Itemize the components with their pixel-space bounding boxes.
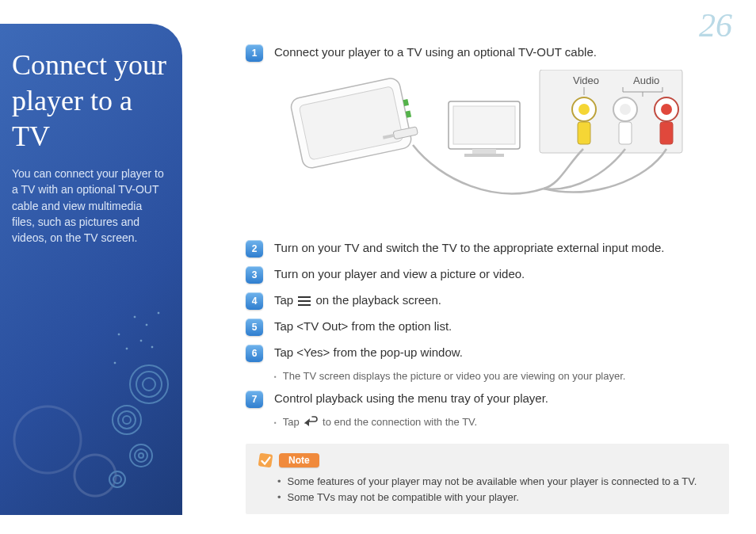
step-number: 4 [246, 292, 263, 310]
svg-rect-26 [464, 154, 504, 157]
svg-rect-40 [258, 453, 273, 468]
step-number: 7 [246, 391, 263, 408]
svg-point-36 [661, 104, 672, 115]
step-6-sub: The TV screen displays the picture or vi… [274, 370, 729, 382]
step-text: Tap <Yes> from the pop-up window. [274, 344, 729, 360]
step-6: 6 Tap <Yes> from the pop-up window. [246, 344, 729, 362]
step-4: 4 Tap on the playback screen. [246, 292, 729, 310]
step-2: 2 Turn on your TV and switch the TV to t… [246, 239, 729, 257]
step-7: 7 Control playback using the menu tray o… [246, 390, 729, 408]
note-icon [257, 452, 274, 469]
step-number: 6 [246, 345, 263, 362]
diagram-video-label: Video [573, 74, 599, 86]
step-text: Connect your player to a TV using an opt… [274, 44, 729, 60]
page-number: 26 [699, 6, 732, 44]
diagram-audio-label: Audio [633, 74, 659, 86]
svg-rect-31 [578, 122, 590, 144]
note-header: Note [257, 452, 718, 469]
back-arrow-icon [304, 416, 318, 429]
step-text: Turn on your player and view a picture o… [274, 265, 729, 282]
step-3: 3 Turn on your player and view a picture… [246, 265, 729, 284]
step-text: Control playback using the menu tray of … [274, 390, 729, 406]
step-7-sub: Tap to end the connection with the TV. [274, 416, 729, 429]
svg-point-33 [620, 104, 631, 115]
step-text: Tap on the playback screen. [274, 292, 729, 308]
main-content: 1 Connect your player to a TV using an o… [246, 44, 729, 514]
page-intro: You can connect your player to a TV with… [12, 166, 166, 246]
step-1: 1 Connect your player to a TV using an o… [246, 44, 729, 62]
note-label: Note [279, 453, 319, 467]
note-item: Some TVs may not be compatible with your… [277, 490, 718, 505]
menu-icon [298, 296, 311, 306]
page-title: Connect your player to a TV [12, 48, 166, 154]
step-number: 2 [246, 240, 263, 257]
step-text: Turn on your TV and switch the TV to the… [274, 239, 729, 256]
svg-rect-34 [619, 122, 632, 144]
sidebar-panel: Connect your player to a TV You can conn… [0, 24, 182, 515]
step-number: 1 [246, 44, 263, 62]
connection-diagram: Video Audio [274, 70, 702, 228]
step-number: 3 [246, 266, 263, 284]
step-number: 5 [246, 318, 263, 336]
svg-point-30 [578, 104, 590, 115]
svg-rect-24 [453, 106, 515, 144]
svg-rect-37 [660, 122, 673, 144]
note-box: Note Some features of your player may no… [246, 444, 729, 514]
note-item: Some features of your player may not be … [277, 474, 718, 490]
step-5: 5 Tap <TV Out> from the option list. [246, 318, 729, 336]
step-text: Tap <TV Out> from the option list. [274, 318, 729, 334]
svg-rect-25 [472, 149, 496, 154]
